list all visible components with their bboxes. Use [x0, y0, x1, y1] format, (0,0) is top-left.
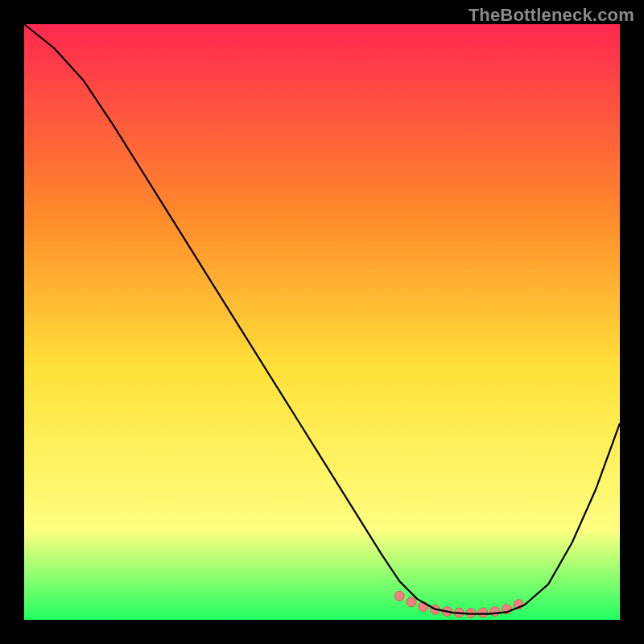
bottleneck-chart: [0, 0, 644, 644]
chart-frame: { "watermark": "TheBottleneck.com", "col…: [0, 0, 644, 644]
marker-point: [407, 597, 416, 607]
marker-point: [394, 591, 404, 601]
marker-point: [478, 608, 488, 617]
plot-background: [24, 24, 620, 620]
marker-point: [490, 607, 500, 617]
